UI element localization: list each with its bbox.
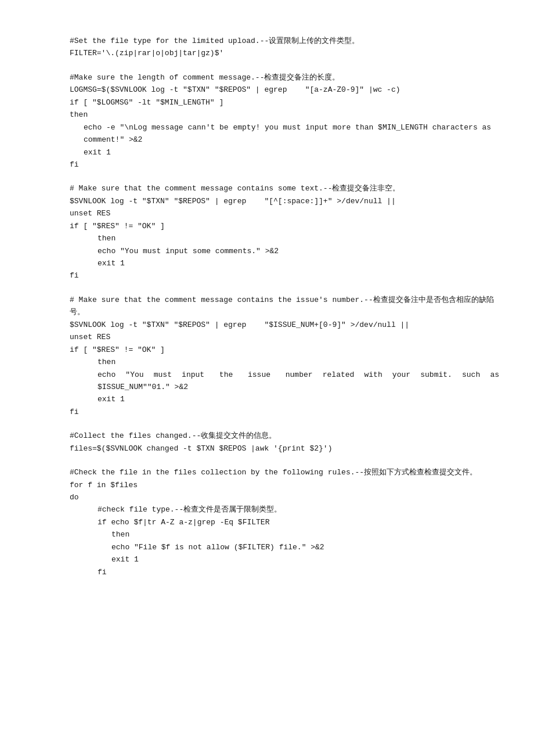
logmsg-if: if [ "$LOGMSG" -lt "$MIN_LENGTH" ]	[70, 96, 499, 109]
issue-section: # Make sure that the comment message con…	[70, 294, 499, 418]
logmsg-then: then	[70, 109, 499, 121]
check-echo: echo "File $f is not allow ($FILTER) fil…	[70, 541, 499, 553]
check-do: do	[70, 491, 499, 503]
check-exit: exit 1	[70, 553, 499, 566]
issue-comment: # Make sure that the comment message con…	[70, 294, 499, 319]
issue-cmd: $SVNLOOK log -t "$TXN" "$REPOS" | egrep …	[70, 319, 499, 331]
code-content: #Set the file type for the limited uploa…	[70, 35, 499, 578]
issue-unset: unset RES	[70, 331, 499, 343]
comment-exit: exit 1	[70, 257, 499, 269]
comment-echo: echo "You must input some comments." >&2	[70, 245, 499, 257]
comment-unset: unset RES	[70, 207, 499, 219]
issue-if: if [ "$RES" != "OK" ]	[70, 344, 499, 356]
check-for: for f in $files	[70, 479, 499, 491]
comment-text-cmd: $SVNLOOK log -t "$TXN" "$REPOS" | egrep …	[70, 195, 499, 207]
filter-comment: #Set the file type for the limited uploa…	[70, 35, 499, 47]
check-comment: #Check the file in the files collection …	[70, 466, 499, 478]
logmsg-section: #Make sure the length of comment message…	[70, 71, 499, 171]
comment-fi: fi	[70, 269, 499, 282]
issue-echo: echo "You must input the issue number re…	[70, 369, 499, 394]
comment-text-section: # Make sure that the comment message con…	[70, 182, 499, 282]
check-inner-fi: fi	[70, 566, 499, 578]
issue-exit: exit 1	[70, 393, 499, 405]
comment-then: then	[70, 232, 499, 244]
comment-text-comment: # Make sure that the comment message con…	[70, 182, 499, 195]
issue-then: then	[70, 356, 499, 368]
logmsg-var: LOGMSG=$($SVNLOOK log -t "$TXN" "$REPOS"…	[70, 84, 499, 96]
logmsg-comment: #Make sure the length of comment message…	[70, 71, 499, 84]
collect-var: files=$($SVNLOOK changed -t $TXN $REPOS …	[70, 442, 499, 455]
check-if: if echo $f|tr A-Z a-z|grep -Eq $FILTER	[70, 516, 499, 528]
filter-var: FILTER='\.(zip|rar|o|obj|tar|gz)$'	[70, 47, 499, 59]
logmsg-fi: fi	[70, 159, 499, 171]
logmsg-echo: echo -e "\nLog message cann't be empty! …	[70, 121, 499, 146]
comment-if: if [ "$RES" != "OK" ]	[70, 220, 499, 232]
check-then: then	[70, 528, 499, 541]
logmsg-exit: exit 1	[70, 146, 499, 159]
check-type-comment: #check file type.--检查文件是否属于限制类型。	[70, 503, 499, 516]
filter-section: #Set the file type for the limited uploa…	[70, 35, 499, 60]
check-files-section: #Check the file in the files collection …	[70, 466, 499, 578]
collect-comment: #Collect the files changed.--收集提交文件的信息。	[70, 430, 499, 442]
collect-files-section: #Collect the files changed.--收集提交文件的信息。 …	[70, 430, 499, 455]
issue-fi: fi	[70, 406, 499, 418]
